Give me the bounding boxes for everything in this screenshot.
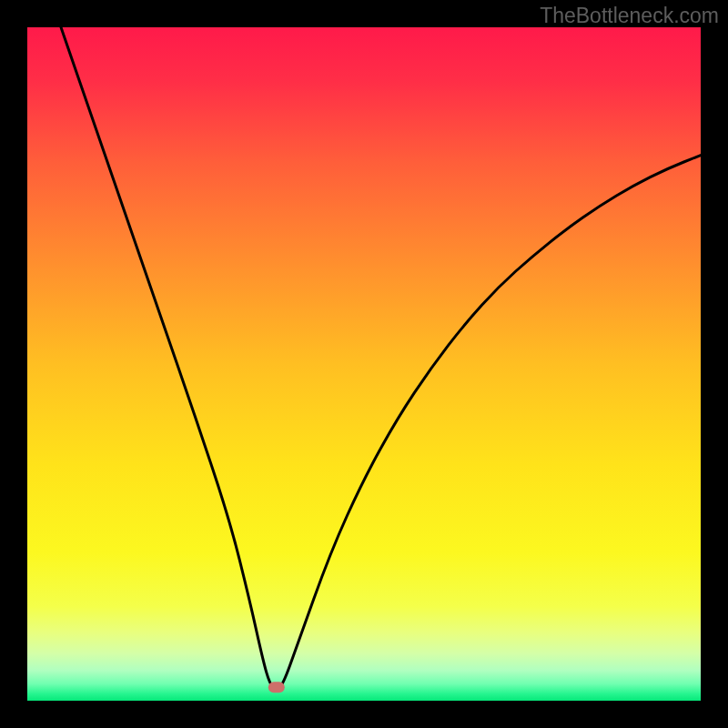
- chart-container: { "watermark": "TheBottleneck.com", "cha…: [0, 0, 728, 728]
- bottleneck-chart: [0, 0, 728, 728]
- plot-area: [27, 27, 701, 701]
- watermark-text: TheBottleneck.com: [540, 4, 719, 28]
- optimal-point-marker: [268, 682, 285, 693]
